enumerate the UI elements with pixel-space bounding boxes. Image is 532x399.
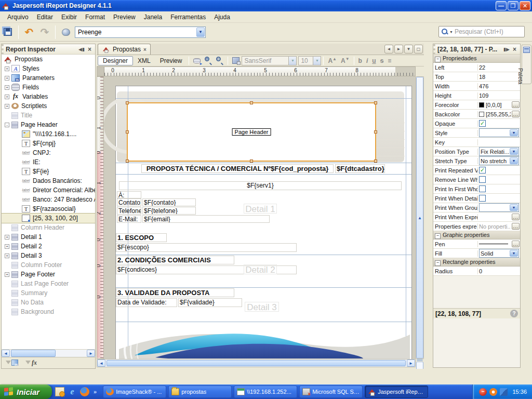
property-value[interactable]: ▼ ... bbox=[478, 166, 520, 175]
tree-expander[interactable]: + bbox=[5, 85, 9, 90]
chevron-down-icon[interactable]: ▼ bbox=[510, 250, 518, 257]
tree-item[interactable]: Column Header bbox=[2, 223, 95, 232]
property-row[interactable]: Forecolor [0,0,0] ▼ ... bbox=[433, 100, 520, 110]
scroll-right-icon[interactable]: ► bbox=[407, 360, 415, 367]
tree-expander[interactable]: + bbox=[5, 235, 9, 240]
menu-item[interactable]: Exibir bbox=[57, 12, 81, 22]
tree-item[interactable]: + Page Footer bbox=[2, 270, 95, 279]
scrollbar-thumb[interactable] bbox=[107, 360, 406, 366]
property-row[interactable]: Backcolor [255,255,2 ▼ ... bbox=[433, 110, 520, 119]
property-value[interactable]: No stretch ▼ ... bbox=[479, 156, 519, 165]
taskbar-button[interactable]: Jaspersoft iRepo... bbox=[365, 385, 428, 398]
escopo-field[interactable]: $F{escopo} bbox=[116, 243, 297, 252]
resize-handle[interactable] bbox=[374, 101, 377, 104]
property-row[interactable]: Stretch Type No stretch ▼ ... bbox=[433, 156, 520, 166]
tree-item[interactable]: "\\\\192.168.1.... bbox=[2, 129, 95, 139]
tree-item[interactable]: + Detail 1 bbox=[2, 232, 95, 242]
updates-icon[interactable] bbox=[489, 388, 497, 396]
scroll-up-icon[interactable]: ▲ bbox=[416, 77, 423, 358]
property-row[interactable]: Top 18 ▼ ... bbox=[433, 72, 520, 82]
tree-expander[interactable]: + bbox=[5, 66, 9, 71]
ellipsis-button[interactable]: ... bbox=[512, 214, 520, 220]
chevron-down-icon[interactable]: ▼ bbox=[510, 204, 518, 211]
minimize-button[interactable]: — bbox=[496, 1, 507, 10]
tree-item[interactable]: $F{cnpj} bbox=[2, 139, 95, 148]
tree-item[interactable]: Background bbox=[2, 307, 95, 316]
checkbox[interactable] bbox=[479, 176, 486, 183]
taskbar-button[interactable]: ImageShack® - ... bbox=[103, 385, 166, 398]
scrollbar-thumb[interactable] bbox=[11, 350, 56, 357]
property-value[interactable]: 476 ▼ ... bbox=[478, 82, 520, 90]
property-value[interactable]: 18 ▼ ... bbox=[478, 72, 520, 81]
tree-expander[interactable]: + bbox=[5, 272, 9, 277]
report-page[interactable]: Page Header PROPOSTA TÉCNICA / COMERCIAL… bbox=[115, 86, 412, 359]
search-box[interactable]: ▼ bbox=[438, 26, 525, 37]
property-row[interactable]: Rectangle properties ▼ ... bbox=[433, 258, 520, 267]
property-value[interactable]: Solid ▼ ... bbox=[479, 249, 519, 258]
resize-handle[interactable] bbox=[374, 130, 377, 134]
property-value[interactable]: ▼ ... bbox=[478, 184, 520, 193]
start-button[interactable]: Iniciar bbox=[0, 384, 52, 399]
tree-item[interactable]: Last Page Footer bbox=[2, 279, 95, 288]
font-size-combo[interactable]: 10 ▼ bbox=[298, 56, 321, 65]
tree-expander[interactable]: + bbox=[5, 104, 9, 109]
canvas-vertical-scrollbar[interactable]: ▲ ▼ bbox=[416, 76, 424, 359]
chevron-down-icon[interactable]: ▼ bbox=[510, 157, 518, 164]
bold-button[interactable]: b bbox=[356, 57, 364, 64]
decrease-font-button[interactable]: A▼ bbox=[339, 57, 352, 64]
scroll-left-icon[interactable]: ◄ bbox=[2, 350, 10, 357]
view-xml-button[interactable]: XML bbox=[133, 56, 155, 65]
property-value[interactable]: [0,0,0] ▼ ... bbox=[478, 100, 520, 109]
close-button[interactable]: ✕ bbox=[520, 1, 530, 10]
tree-item[interactable]: Title bbox=[2, 111, 95, 120]
resize-handle[interactable] bbox=[126, 159, 129, 163]
property-row[interactable]: Left 22 ▼ ... bbox=[433, 63, 520, 72]
tab-propostas[interactable]: Propostas × bbox=[98, 44, 151, 55]
band-separator[interactable] bbox=[116, 322, 411, 322]
taskbar-button[interactable]: Microsoft SQL Se... bbox=[299, 385, 363, 398]
strikethrough-button[interactable]: s bbox=[378, 57, 386, 64]
title-static-text[interactable]: PROPOSTA TÉCNICA / COMERCIAL Nº$F{cod_pr… bbox=[141, 164, 334, 173]
view-preview-button[interactable]: Preview bbox=[155, 56, 187, 65]
property-value[interactable]: ▼ ... bbox=[478, 138, 520, 147]
validade-label[interactable]: Data de Validade: bbox=[116, 298, 177, 307]
band-separator[interactable] bbox=[116, 287, 411, 288]
variables-filter-icon[interactable]: fx bbox=[25, 359, 38, 367]
property-row[interactable]: Print When Expre ▼ ... bbox=[433, 212, 520, 222]
tree-item[interactable]: + Styles bbox=[2, 64, 95, 73]
checkbox[interactable] bbox=[479, 185, 486, 192]
menu-item[interactable]: Editar bbox=[33, 12, 57, 22]
property-value[interactable]: [255,255,2 ▼ ... bbox=[478, 110, 520, 118]
ellipsis-button[interactable]: ... bbox=[512, 101, 520, 108]
save-all-button[interactable] bbox=[0, 25, 16, 39]
property-row[interactable]: Height 109 ▼ ... bbox=[433, 91, 520, 100]
property-value[interactable]: Fix Relati... ▼ ... bbox=[479, 147, 519, 156]
property-value[interactable]: 109 ▼ ... bbox=[478, 91, 520, 100]
parameters-filter-icon[interactable]: IN bbox=[6, 359, 18, 367]
tree-expander[interactable]: + bbox=[5, 254, 9, 258]
property-row[interactable]: Fill Solid ▼ ... bbox=[433, 249, 520, 258]
property-value[interactable]: ▼ ... bbox=[478, 175, 520, 184]
taskbar-button[interactable]: \\192.168.1.252... bbox=[234, 385, 297, 398]
tree-expander[interactable]: - bbox=[5, 123, 9, 127]
underline-button[interactable]: u bbox=[370, 57, 378, 64]
resize-handle[interactable] bbox=[126, 101, 129, 104]
email-label[interactable]: E-Mail: bbox=[117, 215, 141, 223]
property-row[interactable]: Print When Group ▼ ... bbox=[433, 203, 520, 212]
telefone-label[interactable]: Telefone: bbox=[117, 207, 141, 215]
band-separator[interactable] bbox=[116, 163, 411, 163]
tree-expander[interactable]: + bbox=[5, 76, 9, 81]
tree-item[interactable]: + Detail 2 bbox=[2, 242, 95, 251]
a-label[interactable]: À: bbox=[117, 191, 141, 198]
view-designer-button[interactable]: Designer bbox=[98, 56, 133, 65]
redo-button[interactable]: ↷ bbox=[37, 25, 52, 39]
validade-field[interactable]: $F{validade} bbox=[178, 298, 242, 307]
scroll-right-icon[interactable]: ► bbox=[87, 350, 95, 357]
property-row[interactable]: Pen ▼ ... bbox=[433, 240, 520, 249]
active-report-combo[interactable]: Preenge ▼ bbox=[75, 26, 206, 38]
property-row[interactable]: Style ▼ ... bbox=[433, 128, 520, 138]
tree-item[interactable]: Propostas bbox=[2, 55, 95, 64]
minimize-panel-icon[interactable]: ◀▮ bbox=[77, 47, 86, 52]
property-value[interactable]: 0 ▼ ... bbox=[478, 267, 520, 275]
scrollbar-thumb[interactable] bbox=[417, 360, 423, 361]
